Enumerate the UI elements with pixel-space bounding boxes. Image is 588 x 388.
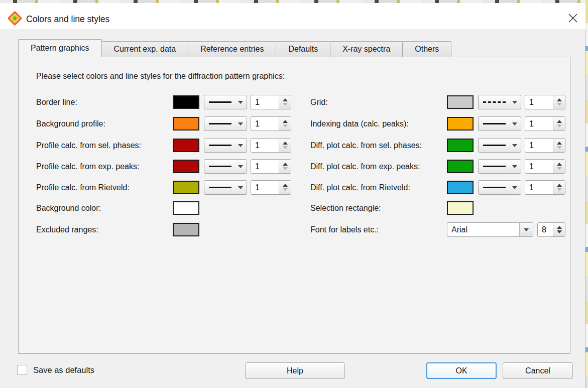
spin-up-icon[interactable]: [283, 184, 288, 187]
save-as-defaults-checkbox[interactable]: [17, 365, 27, 375]
line-width-spinner[interactable]: 1: [251, 159, 291, 174]
spin-down-icon[interactable]: [283, 103, 288, 106]
spin-down-icon[interactable]: [283, 124, 288, 127]
line-style-select[interactable]: [478, 116, 521, 131]
spinner-value: 1: [251, 181, 279, 194]
spin-up-icon[interactable]: [283, 98, 288, 101]
spin-up-icon[interactable]: [557, 142, 562, 145]
line-style-select[interactable]: [478, 95, 521, 109]
setting-row-profile-exp-peaks: Profile calc. from exp. peaks: 1: [36, 159, 307, 174]
setting-row-background-color: Background color:: [36, 201, 307, 215]
tab-current-exp-data[interactable]: Current exp. data: [101, 41, 189, 57]
line-style-select[interactable]: [204, 116, 247, 131]
setting-label: Diff. plot calc. from sel. phases:: [310, 138, 422, 153]
spin-down-icon[interactable]: [557, 230, 562, 233]
spin-down-icon[interactable]: [557, 188, 562, 191]
line-style-sample: [209, 101, 231, 103]
setting-label: Background profile:: [36, 116, 105, 131]
setting-row-profile-rietveld: Profile calc. from Rietveld: 1: [36, 180, 307, 195]
spin-up-icon[interactable]: [283, 163, 288, 166]
font-size-spinner[interactable]: 8: [537, 222, 565, 237]
font-select-value: Arial: [447, 223, 519, 236]
setting-row-diffplot-sel-phases: Diff. plot calc. from sel. phases: 1: [310, 138, 581, 153]
close-button[interactable]: [564, 10, 581, 27]
line-width-spinner[interactable]: 1: [251, 95, 291, 109]
close-icon: [568, 13, 578, 23]
spin-down-icon[interactable]: [283, 146, 288, 149]
spinner-value: 1: [525, 181, 553, 194]
tab-defaults[interactable]: Defaults: [276, 41, 330, 57]
color-swatch[interactable]: [447, 160, 474, 173]
spin-up-icon[interactable]: [557, 184, 562, 187]
line-style-select[interactable]: [204, 95, 247, 109]
chevron-down-icon: [238, 122, 243, 125]
color-swatch[interactable]: [173, 181, 199, 194]
setting-label: Diff. plot calc. from exp. peaks:: [310, 159, 420, 174]
line-width-spinner[interactable]: 1: [525, 116, 565, 131]
spin-up-icon[interactable]: [557, 120, 562, 123]
diamond-icon: [7, 11, 22, 26]
title-bar: Colors and line styles: [0, 3, 585, 29]
setting-label: Font for labels etc.:: [310, 222, 379, 237]
tab-reference-entries[interactable]: Reference entries: [188, 41, 276, 57]
line-width-spinner[interactable]: 1: [251, 138, 291, 153]
spin-down-icon[interactable]: [283, 167, 288, 170]
chevron-down-icon: [512, 122, 517, 125]
spin-down-icon[interactable]: [557, 103, 562, 106]
spin-down-icon[interactable]: [557, 167, 562, 170]
color-swatch[interactable]: [447, 139, 474, 152]
setting-label: Diff. plot calc. from Rietveld:: [310, 180, 410, 195]
setting-label: Profile calc. from Rietveld:: [36, 180, 130, 195]
ok-button[interactable]: OK: [426, 362, 497, 379]
cancel-button[interactable]: Cancel: [503, 362, 573, 379]
setting-row-selection-rectangle: Selection rectangle:: [310, 201, 581, 215]
line-style-select[interactable]: [204, 138, 247, 153]
help-button[interactable]: Help: [245, 362, 345, 379]
setting-label: Selection rectangle:: [310, 201, 381, 215]
color-swatch[interactable]: [173, 201, 199, 215]
line-width-spinner[interactable]: 1: [251, 180, 291, 195]
line-style-select[interactable]: [204, 159, 247, 174]
setting-label: Excluded ranges:: [36, 222, 98, 237]
color-swatch[interactable]: [447, 201, 474, 215]
setting-row-font: Font for labels etc.: Arial 8: [310, 222, 581, 237]
tab-xray-spectra[interactable]: X-ray spectra: [330, 41, 403, 57]
line-style-select[interactable]: [478, 138, 521, 153]
line-width-spinner[interactable]: 1: [525, 180, 565, 195]
chevron-down-icon: [512, 186, 517, 189]
font-select[interactable]: Arial: [447, 222, 533, 237]
line-width-spinner[interactable]: 1: [525, 138, 565, 153]
tab-others[interactable]: Others: [402, 41, 451, 57]
spin-up-icon[interactable]: [283, 142, 288, 145]
color-swatch[interactable]: [173, 117, 199, 131]
setting-row-excluded-ranges: Excluded ranges:: [36, 222, 307, 237]
color-swatch[interactable]: [447, 117, 474, 131]
chevron-down-icon: [512, 165, 517, 168]
line-style-select[interactable]: [478, 159, 521, 174]
setting-label: Profile calc. from exp. peaks:: [36, 159, 139, 174]
line-style-select[interactable]: [478, 180, 521, 195]
spin-up-icon[interactable]: [557, 226, 562, 229]
spin-up-icon[interactable]: [283, 120, 288, 123]
spin-up-icon[interactable]: [557, 163, 562, 166]
line-width-spinner[interactable]: 1: [525, 95, 565, 109]
chevron-down-icon: [238, 165, 243, 168]
spin-up-icon[interactable]: [557, 98, 562, 101]
spin-down-icon[interactable]: [557, 124, 562, 127]
setting-label: Grid:: [310, 95, 328, 109]
spinner-value: 1: [525, 117, 553, 131]
spinner-value: 8: [538, 223, 553, 236]
line-style-sample: [209, 145, 231, 146]
color-swatch[interactable]: [173, 139, 199, 152]
spin-down-icon[interactable]: [557, 146, 562, 149]
line-width-spinner[interactable]: 1: [251, 116, 291, 131]
color-swatch[interactable]: [173, 160, 199, 173]
tab-pattern-graphics[interactable]: Pattern graphics: [18, 39, 102, 57]
line-style-select[interactable]: [204, 180, 247, 195]
spin-down-icon[interactable]: [283, 188, 288, 191]
color-swatch[interactable]: [173, 95, 199, 109]
color-swatch[interactable]: [447, 181, 474, 194]
line-width-spinner[interactable]: 1: [525, 159, 565, 174]
color-swatch[interactable]: [447, 95, 474, 109]
color-swatch[interactable]: [173, 223, 199, 236]
